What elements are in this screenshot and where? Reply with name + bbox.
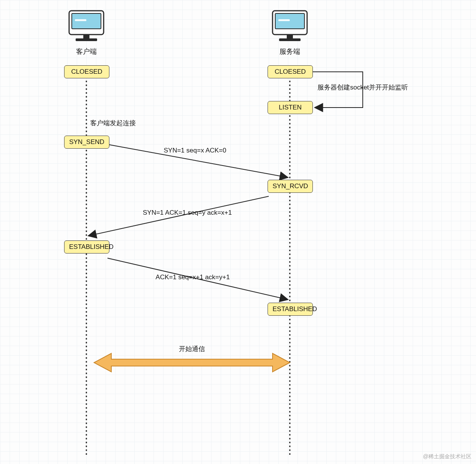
server-closed-state: CLOESED [268, 65, 313, 78]
server-create-socket-note: 服务器创建socket并开开始监听 [307, 83, 418, 92]
server-established-state: ESTABLISHED [268, 303, 313, 316]
server-listen-state: LISTEN [268, 101, 313, 114]
watermark: @稀土掘金技术社区 [423, 453, 471, 460]
svg-marker-5 [94, 353, 290, 372]
client-title: 客户端 [65, 47, 107, 56]
server-syn-rcvd-state: SYN_RCVD [268, 180, 313, 193]
client-initiate-note: 客户端发起连接 [90, 119, 152, 128]
client-established-state: ESTABLISHED [64, 240, 109, 254]
client-closed-state: CLOESED [64, 65, 109, 78]
msg2-text: SYN=1 ACK=1 seq=y ack=x+1 [120, 209, 255, 217]
msg3-text: ACK=1 seq=x+1 ack=y+1 [135, 273, 250, 281]
start-comm-text: 开始通信 [169, 345, 215, 353]
server-computer-icon [273, 11, 307, 41]
client-computer-icon [69, 11, 104, 41]
start-communication-arrow [94, 353, 290, 372]
client-syn-send-state: SYN_SEND [64, 136, 109, 149]
server-title: 服务端 [269, 47, 311, 56]
msg1-text: SYN=1 seq=x ACK=0 [145, 147, 245, 154]
